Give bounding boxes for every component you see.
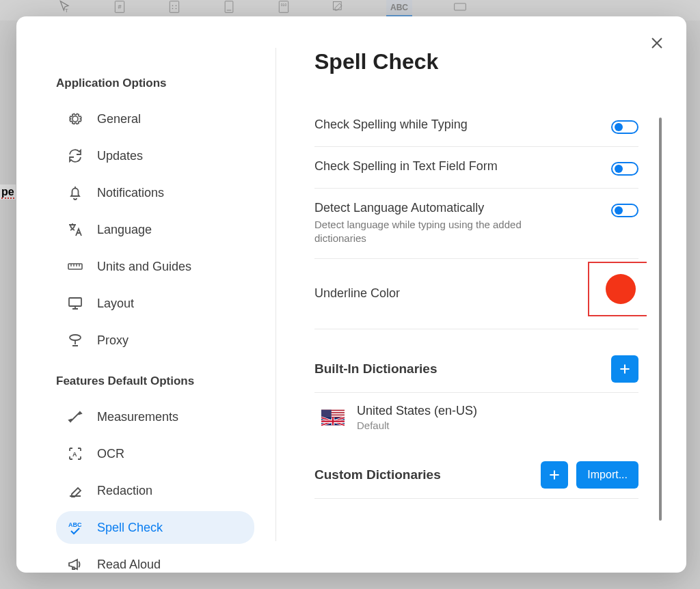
row-check-form: Check Spelling in Text Field Form (314, 147, 638, 189)
bell-icon (66, 183, 85, 202)
label-check-form: Check Spelling in Text Field Form (314, 159, 498, 174)
flag-us-uk-icon (321, 409, 345, 426)
sublabel-detect-language: Detect language while typing using the a… (314, 218, 547, 246)
sidebar-item-label: Proxy (97, 333, 129, 348)
row-underline-color: Underline Color (314, 259, 638, 329)
svg-text:ABC: ABC (68, 521, 82, 528)
svg-rect-14 (68, 264, 82, 269)
content-scroll[interactable]: Check Spelling while Typing Check Spelli… (314, 105, 647, 573)
sidebar-item-label: Measurements (97, 410, 178, 424)
scrollbar[interactable] (659, 118, 662, 521)
add-custom-dict-button[interactable] (541, 461, 568, 489)
sidebar-item-units[interactable]: Units and Guides (56, 250, 254, 283)
sidebar-item-layout[interactable]: Layout (56, 287, 254, 320)
sidebar-item-readaloud[interactable]: Read Aloud (56, 548, 254, 581)
svg-rect-15 (69, 298, 81, 306)
proxy-icon (66, 331, 85, 350)
sidebar-item-label: OCR (97, 447, 124, 461)
options-content: Spell Check Check Spelling while Typing … (276, 16, 686, 573)
measure-icon (66, 407, 85, 426)
sidebar-item-label: Read Aloud (97, 558, 161, 572)
megaphone-icon (66, 555, 85, 574)
toggle-detect-language[interactable] (611, 204, 638, 217)
add-builtin-dict-button[interactable] (611, 355, 638, 383)
options-sidebar: Application Options GeneralUpdatesNotifi… (16, 48, 276, 541)
sidebar-heading-features: Features Default Options (56, 374, 275, 388)
builtin-dict-title: Built-In Dictionaries (314, 361, 437, 376)
section-custom-dictionaries: Custom Dictionaries Import... (314, 452, 638, 499)
sidebar-item-label: Units and Guides (97, 260, 191, 274)
sidebar-heading-application: Application Options (56, 77, 275, 90)
page-title: Spell Check (314, 49, 643, 74)
toggle-check-form[interactable] (611, 162, 638, 176)
plus-icon (548, 468, 561, 482)
underline-color-picker[interactable] (606, 274, 636, 304)
sidebar-item-label: Spell Check (97, 521, 163, 535)
spellcheck-icon: ABC (66, 518, 85, 537)
label-underline-color: Underline Color (314, 286, 400, 301)
sidebar-item-updates[interactable]: Updates (56, 139, 254, 172)
sidebar-item-measurements[interactable]: Measurements (56, 400, 254, 433)
monitor-icon (66, 294, 85, 313)
sidebar-item-notifications[interactable]: Notifications (56, 176, 254, 209)
svg-rect-22 (321, 409, 332, 417)
eraser-icon (66, 481, 85, 500)
row-detect-language: Detect Language Automatically Detect lan… (314, 189, 638, 259)
gear-icon (66, 109, 85, 128)
custom-dict-title: Custom Dictionaries (314, 467, 441, 482)
sidebar-item-label: General (97, 112, 141, 126)
import-dict-button[interactable]: Import... (576, 461, 638, 489)
ruler-icon (66, 257, 85, 276)
section-builtin-dictionaries: Built-In Dictionaries (314, 346, 638, 393)
toggle-check-typing[interactable] (611, 120, 638, 134)
translate-icon (66, 220, 85, 239)
options-modal: Application Options GeneralUpdatesNotifi… (16, 16, 686, 573)
label-detect-language: Detect Language Automatically (314, 201, 547, 215)
sidebar-item-redaction[interactable]: Redaction (56, 474, 254, 507)
plus-icon (618, 362, 632, 376)
sidebar-item-label: Redaction (97, 484, 152, 498)
sidebar-item-general[interactable]: General (56, 102, 254, 135)
sidebar-item-spellcheck[interactable]: ABCSpell Check (56, 511, 254, 544)
dict-name: United States (en-US) (357, 404, 477, 418)
sidebar-item-label: Updates (97, 149, 143, 163)
underline-color-highlight (588, 262, 647, 316)
svg-text:A: A (72, 451, 77, 458)
sidebar-item-ocr[interactable]: AOCR (56, 437, 254, 470)
dict-meta: Default (357, 420, 477, 431)
sidebar-item-label: Language (97, 223, 152, 237)
dict-item-en-us[interactable]: United States (en-US) Default (314, 393, 638, 448)
row-check-typing: Check Spelling while Typing (314, 105, 638, 147)
sync-icon (66, 146, 85, 165)
label-check-typing: Check Spelling while Typing (314, 118, 468, 132)
sidebar-item-proxy[interactable]: Proxy (56, 324, 254, 357)
sidebar-item-label: Notifications (97, 186, 164, 200)
sidebar-item-language[interactable]: Language (56, 213, 254, 246)
ocr-icon: A (66, 444, 85, 463)
sidebar-item-label: Layout (97, 297, 134, 311)
